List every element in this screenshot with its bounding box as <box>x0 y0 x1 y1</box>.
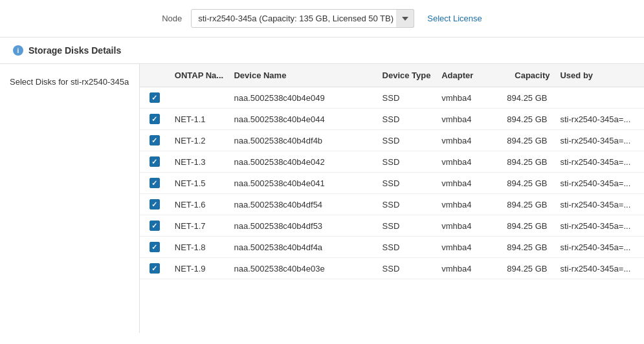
row-ontap: NET-1.3 <box>170 151 229 173</box>
row-capacity: 894.25 GB <box>496 173 555 194</box>
row-checkbox[interactable] <box>150 242 160 252</box>
row-type: SSD <box>377 109 437 130</box>
table-row: NET-1.8 naa.5002538c40b4df4a SSD vmhba4 … <box>140 237 644 258</box>
table-header-row: ONTAP Na... Device Name Device Type Adap… <box>140 64 644 87</box>
row-usedby: sti-rx2540-345a=... <box>555 237 644 258</box>
node-select-wrapper[interactable]: sti-rx2540-345a (Capacity: 135 GB, Licen… <box>191 9 414 28</box>
row-type: SSD <box>377 87 437 109</box>
row-device: naa.5002538c40b4df4a <box>228 237 377 258</box>
row-device: naa.5002538c40b4df53 <box>228 215 377 237</box>
top-bar: Node sti-rx2540-345a (Capacity: 135 GB, … <box>0 0 644 38</box>
row-usedby: sti-rx2540-345a=... <box>555 258 644 279</box>
row-checkbox[interactable] <box>150 92 160 103</box>
col-device-header: Device Name <box>228 64 377 87</box>
row-ontap <box>170 87 229 109</box>
row-checkbox[interactable] <box>150 263 160 274</box>
select-disks-label: Select Disks for sti-rx2540-345a <box>0 64 139 333</box>
row-checkbox[interactable] <box>150 156 160 167</box>
row-checkbox-cell[interactable] <box>140 215 170 237</box>
row-usedby: sti-rx2540-345a=... <box>555 194 644 215</box>
table-row: NET-1.9 naa.5002538c40b4e03e SSD vmhba4 … <box>140 258 644 279</box>
row-ontap: NET-1.2 <box>170 130 229 151</box>
row-device: naa.5002538c40b4e03e <box>228 258 377 279</box>
row-device: naa.5002538c40b4e041 <box>228 173 377 194</box>
row-ontap: NET-1.7 <box>170 215 229 237</box>
row-capacity: 894.25 GB <box>496 130 555 151</box>
info-icon: i <box>13 45 23 56</box>
row-device: naa.5002538c40b4e049 <box>228 87 377 109</box>
row-device: naa.5002538c40b4df4b <box>228 130 377 151</box>
row-ontap: NET-1.1 <box>170 109 229 130</box>
node-select[interactable]: sti-rx2540-345a (Capacity: 135 GB, Licen… <box>191 9 414 28</box>
row-usedby: sti-rx2540-345a=... <box>555 109 644 130</box>
row-checkbox-cell[interactable] <box>140 130 170 151</box>
row-type: SSD <box>377 194 437 215</box>
row-adapter: vmhba4 <box>436 130 496 151</box>
row-type: SSD <box>377 130 437 151</box>
row-adapter: vmhba4 <box>436 194 496 215</box>
table-container: ONTAP Na... Device Name Device Type Adap… <box>139 64 644 333</box>
row-checkbox[interactable] <box>150 135 160 145</box>
row-type: SSD <box>377 237 437 258</box>
table-scroll[interactable]: ONTAP Na... Device Name Device Type Adap… <box>140 64 644 333</box>
row-checkbox-cell[interactable] <box>140 87 170 109</box>
col-adapter-header: Adapter <box>436 64 496 87</box>
row-usedby: sti-rx2540-345a=... <box>555 215 644 237</box>
row-adapter: vmhba4 <box>436 87 496 109</box>
col-usedby-header: Used by <box>555 64 644 87</box>
row-device: naa.5002538c40b4e044 <box>228 109 377 130</box>
table-row: NET-1.5 naa.5002538c40b4e041 SSD vmhba4 … <box>140 173 644 194</box>
row-type: SSD <box>377 215 437 237</box>
row-type: SSD <box>377 258 437 279</box>
row-checkbox-cell[interactable] <box>140 173 170 194</box>
row-usedby: sti-rx2540-345a=... <box>555 151 644 173</box>
table-row: NET-1.3 naa.5002538c40b4e042 SSD vmhba4 … <box>140 151 644 173</box>
row-adapter: vmhba4 <box>436 237 496 258</box>
row-checkbox-cell[interactable] <box>140 151 170 173</box>
row-adapter: vmhba4 <box>436 215 496 237</box>
row-type: SSD <box>377 151 437 173</box>
table-row: NET-1.7 naa.5002538c40b4df53 SSD vmhba4 … <box>140 215 644 237</box>
row-capacity: 894.25 GB <box>496 87 555 109</box>
row-checkbox[interactable] <box>150 178 160 188</box>
row-adapter: vmhba4 <box>436 173 496 194</box>
row-checkbox[interactable] <box>150 114 160 124</box>
row-usedby: sti-rx2540-345a=... <box>555 130 644 151</box>
col-checkbox <box>140 64 170 87</box>
table-row: NET-1.6 naa.5002538c40b4df54 SSD vmhba4 … <box>140 194 644 215</box>
table-row: NET-1.2 naa.5002538c40b4df4b SSD vmhba4 … <box>140 130 644 151</box>
row-checkbox-cell[interactable] <box>140 237 170 258</box>
node-label: Node <box>162 14 182 23</box>
col-capacity-header: Capacity <box>496 64 555 87</box>
col-ontap-header: ONTAP Na... <box>170 64 229 87</box>
row-ontap: NET-1.6 <box>170 194 229 215</box>
row-capacity: 894.25 GB <box>496 109 555 130</box>
row-adapter: vmhba4 <box>436 109 496 130</box>
row-capacity: 894.25 GB <box>496 215 555 237</box>
disks-table: ONTAP Na... Device Name Device Type Adap… <box>140 64 644 279</box>
row-checkbox[interactable] <box>150 199 160 210</box>
row-ontap: NET-1.5 <box>170 173 229 194</box>
row-usedby: sti-rx2540-345a=... <box>555 173 644 194</box>
row-adapter: vmhba4 <box>436 151 496 173</box>
row-usedby <box>555 87 644 109</box>
section-header: i Storage Disks Details <box>0 38 644 64</box>
row-device: naa.5002538c40b4e042 <box>228 151 377 173</box>
row-checkbox-cell[interactable] <box>140 258 170 279</box>
col-type-header: Device Type <box>377 64 437 87</box>
row-checkbox[interactable] <box>150 220 160 231</box>
row-capacity: 894.25 GB <box>496 258 555 279</box>
row-type: SSD <box>377 173 437 194</box>
row-ontap: NET-1.8 <box>170 237 229 258</box>
row-adapter: vmhba4 <box>436 258 496 279</box>
table-row: naa.5002538c40b4e049 SSD vmhba4 894.25 G… <box>140 87 644 109</box>
row-checkbox-cell[interactable] <box>140 109 170 130</box>
row-device: naa.5002538c40b4df54 <box>228 194 377 215</box>
section-title: Storage Disks Details <box>28 45 121 56</box>
row-checkbox-cell[interactable] <box>140 194 170 215</box>
row-ontap: NET-1.9 <box>170 258 229 279</box>
row-capacity: 894.25 GB <box>496 237 555 258</box>
row-capacity: 894.25 GB <box>496 151 555 173</box>
row-capacity: 894.25 GB <box>496 194 555 215</box>
select-license-link[interactable]: Select License <box>427 14 482 23</box>
